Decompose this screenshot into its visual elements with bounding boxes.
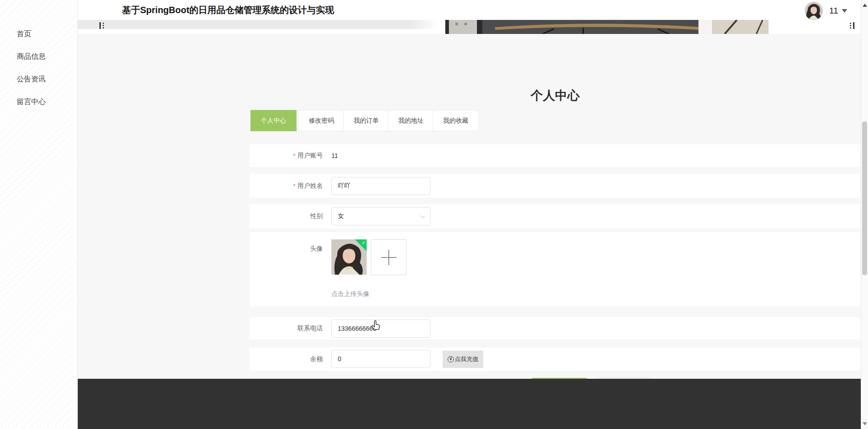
avatar-thumbnail[interactable]: ✓: [331, 239, 367, 275]
plus-icon: [388, 250, 389, 265]
gender-selected-value: 女: [338, 212, 344, 220]
scrollbar-thumb[interactable]: [862, 121, 867, 275]
sidebar-item-label: 公告资讯: [17, 75, 46, 83]
sidebar-item-home[interactable]: 首页: [0, 25, 78, 43]
user-dropdown[interactable]: 11: [805, 1, 847, 21]
form-row-name: * 用户姓名: [250, 174, 861, 198]
label-text: 余额: [310, 355, 323, 363]
carousel-banner-sliver: [78, 20, 861, 34]
form-row-phone: 联系电话: [250, 317, 861, 339]
tab-my-address[interactable]: 我的地址: [388, 110, 434, 131]
tab-label: 我的收藏: [443, 117, 468, 125]
sidebar-item-label: 商品信息: [17, 52, 46, 60]
scrollbar-down-arrow-icon[interactable]: [863, 422, 867, 425]
label-text: 联系电话: [297, 324, 323, 333]
required-asterisk: *: [293, 182, 296, 190]
label-text: 用户账号: [297, 152, 323, 160]
form-row-balance: 余额 ¥ 点我充值: [250, 348, 861, 371]
sidebar: 首页 商品信息 公告资讯 留言中心: [0, 0, 78, 429]
chevron-down-icon: [842, 9, 847, 13]
gender-label: 性别: [250, 204, 327, 229]
phone-label: 联系电话: [250, 317, 327, 339]
form-row-account: * 用户账号 11: [250, 144, 861, 167]
page-footer: [78, 379, 861, 429]
page-title: 个人中心: [250, 87, 861, 104]
recharge-label: 点我充值: [455, 355, 478, 363]
avatar-upload-button[interactable]: [371, 239, 406, 275]
tab-my-orders[interactable]: 我的订单: [343, 110, 389, 131]
form-row-gender: 性别 女: [250, 204, 861, 229]
account-value: 11: [331, 144, 338, 167]
chevron-down-icon: [420, 214, 425, 218]
phone-input[interactable]: [331, 319, 430, 338]
yen-coin-icon: ¥: [448, 356, 454, 362]
user-avatar[interactable]: [805, 2, 823, 20]
tab-change-password[interactable]: 修改密码: [298, 110, 344, 131]
required-asterisk: *: [293, 152, 296, 159]
avatar-portrait-graphic: [805, 2, 823, 20]
account-label: * 用户账号: [250, 144, 327, 167]
sidebar-item-label: 首页: [17, 30, 31, 38]
username-text: 11: [829, 6, 838, 16]
avatar-upload-hint: 点击上传头像: [331, 290, 369, 298]
banner-left-handle-icon: [99, 22, 104, 29]
label-text: 性别: [310, 212, 323, 220]
top-header: 基于SpringBoot的日用品仓储管理系统的设计与实现 11: [78, 0, 861, 20]
banner-right-handle-icon: [850, 22, 854, 29]
sidebar-item-news[interactable]: 公告资讯: [0, 70, 78, 88]
gender-select[interactable]: 女: [331, 207, 430, 225]
banner-photo-segment: [445, 20, 769, 34]
label-text: 头像: [310, 245, 323, 253]
tab-label: 个人中心: [261, 117, 286, 125]
tab-label: 我的地址: [398, 117, 424, 125]
sidebar-item-label: 留言中心: [17, 98, 46, 105]
banner-wall-segment: [78, 20, 439, 29]
name-label: * 用户姓名: [250, 174, 327, 198]
label-text: 用户姓名: [297, 182, 323, 190]
tab-label: 我的订单: [354, 117, 379, 125]
name-input[interactable]: [331, 177, 430, 195]
sidebar-item-messages[interactable]: 留言中心: [0, 93, 78, 111]
balance-input[interactable]: [331, 350, 430, 368]
scrollbar-up-arrow-icon[interactable]: [863, 4, 867, 7]
vertical-scrollbar[interactable]: [861, 0, 868, 429]
tab-profile[interactable]: 个人中心: [250, 110, 297, 131]
sidebar-item-products[interactable]: 商品信息: [0, 48, 78, 66]
tab-my-favorites[interactable]: 我的收藏: [433, 110, 479, 131]
tab-label: 修改密码: [309, 117, 334, 125]
main-content: 个人中心 个人中心 修改密码 我的订单 我的地址 我的收藏 * 用户账号 11 …: [78, 34, 861, 379]
app-title: 基于SpringBoot的日用品仓储管理系统的设计与实现: [122, 0, 334, 20]
app-window: 首页 商品信息 公告资讯 留言中心 基于SpringBoot的日用品仓储管理系统…: [0, 0, 868, 429]
check-icon: ✓: [362, 240, 366, 246]
form-row-avatar: 头像 ✓ 点击上传头像: [250, 232, 861, 306]
avatar-label: 头像: [250, 232, 327, 306]
balance-label: 余额: [250, 348, 327, 371]
recharge-button[interactable]: ¥ 点我充值: [443, 351, 483, 368]
